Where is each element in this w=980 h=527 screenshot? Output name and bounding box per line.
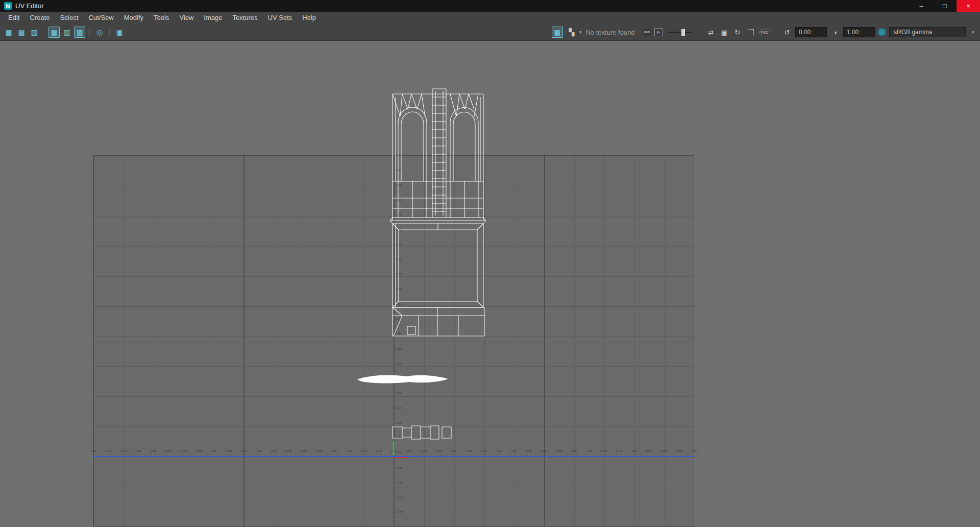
uv-shell-wireframe bbox=[0, 41, 980, 527]
checker-tiles-icon[interactable]: ▦ bbox=[48, 27, 60, 38]
title-bar: M UV Editor – □ × bbox=[0, 0, 980, 12]
uv-shaded-view-icon[interactable]: ▤ bbox=[16, 27, 27, 38]
gamma-field[interactable]: 1.00 bbox=[843, 27, 875, 37]
toolbar-left-icons: ▦▤▧▦▥▩◎▣ bbox=[3, 27, 125, 38]
minimize-button[interactable]: – bbox=[910, 0, 933, 12]
uv-transform-button[interactable]: ⇄ bbox=[706, 27, 716, 37]
menu-view[interactable]: View bbox=[174, 12, 199, 24]
menu-tools[interactable]: Tools bbox=[149, 12, 174, 24]
menu-edit[interactable]: Edit bbox=[3, 12, 24, 24]
image-dim-slider[interactable] bbox=[668, 32, 692, 33]
menu-modify[interactable]: Modify bbox=[119, 12, 149, 24]
menu-image[interactable]: Image bbox=[199, 12, 227, 24]
marquee-icon bbox=[748, 29, 754, 35]
menu-cut-sew[interactable]: Cut/Sew bbox=[84, 12, 119, 24]
refresh-button[interactable]: ↻ bbox=[732, 27, 743, 37]
slider-handle[interactable] bbox=[681, 29, 685, 36]
checker-display-button[interactable]: ▚ bbox=[566, 27, 577, 38]
toolbar-separator bbox=[776, 28, 776, 37]
toolbar: ▦▤▧▦▥▩◎▣ ▦ ▚ ▾ No texture found RGB A ⇄ … bbox=[0, 24, 980, 41]
close-button[interactable]: × bbox=[957, 0, 980, 12]
uv-distortion-view-icon[interactable]: ▧ bbox=[29, 27, 40, 38]
menu-textures[interactable]: Textures bbox=[227, 12, 262, 24]
menu-uv-sets[interactable]: UV Sets bbox=[263, 12, 298, 24]
toolbar-separator bbox=[44, 28, 44, 37]
window-title: UV Editor bbox=[15, 2, 44, 10]
rgb-channels-button[interactable]: RGB bbox=[643, 28, 651, 36]
grid-display-icon[interactable]: ▥ bbox=[61, 27, 72, 38]
exposure-field[interactable]: 0.00 bbox=[795, 27, 827, 37]
view-transform-dropdown[interactable]: sRGB gamma bbox=[889, 27, 966, 37]
exposure-icon[interactable]: ↺ bbox=[782, 27, 792, 37]
isolate-select-icon[interactable]: ◎ bbox=[94, 27, 105, 38]
contrast-icon[interactable]: ◑ bbox=[830, 27, 840, 37]
psd-button[interactable]: PSD bbox=[759, 30, 770, 35]
alpha-channel-button[interactable]: A bbox=[654, 28, 663, 36]
uv-shell-tower bbox=[390, 89, 486, 336]
toolbar-separator bbox=[109, 28, 110, 37]
uv-shell-blob bbox=[357, 375, 448, 384]
color-management-icon[interactable] bbox=[878, 28, 886, 36]
texture-status-text: No texture found bbox=[585, 29, 634, 36]
uv-shell-quads bbox=[393, 426, 451, 439]
menu-select[interactable]: Select bbox=[55, 12, 83, 24]
image-button[interactable]: ▣ bbox=[719, 27, 729, 37]
toolbar-right: ▦ ▚ ▾ No texture found RGB A ⇄ ▣ ↻ PSD ↺… bbox=[552, 27, 977, 38]
texture-display-button[interactable]: ▦ bbox=[552, 27, 563, 38]
toolbar-separator bbox=[89, 28, 90, 37]
pixel-grid-icon[interactable]: ▩ bbox=[74, 27, 85, 38]
marquee-button[interactable] bbox=[746, 27, 756, 37]
chevron-down-icon[interactable]: ▾ bbox=[579, 30, 582, 35]
window-controls: – □ × bbox=[910, 0, 980, 12]
menu-help[interactable]: Help bbox=[297, 12, 321, 24]
canvas-viewport[interactable]: -1.00-0.95-0.90-0.85-0.80-0.75-0.70-0.65… bbox=[0, 41, 980, 527]
view-transform-arrow-button[interactable]: ▾ bbox=[969, 27, 977, 37]
menu-create[interactable]: Create bbox=[24, 12, 55, 24]
toolbar-separator bbox=[700, 28, 700, 37]
maximize-button[interactable]: □ bbox=[933, 0, 957, 12]
menubar: EditCreateSelectCut/SewModifyToolsViewIm… bbox=[0, 12, 980, 24]
uv-textured-view-icon[interactable]: ▦ bbox=[3, 27, 14, 38]
uv-snapshot-icon[interactable]: ▣ bbox=[114, 27, 125, 38]
maya-app-icon: M bbox=[4, 2, 12, 10]
